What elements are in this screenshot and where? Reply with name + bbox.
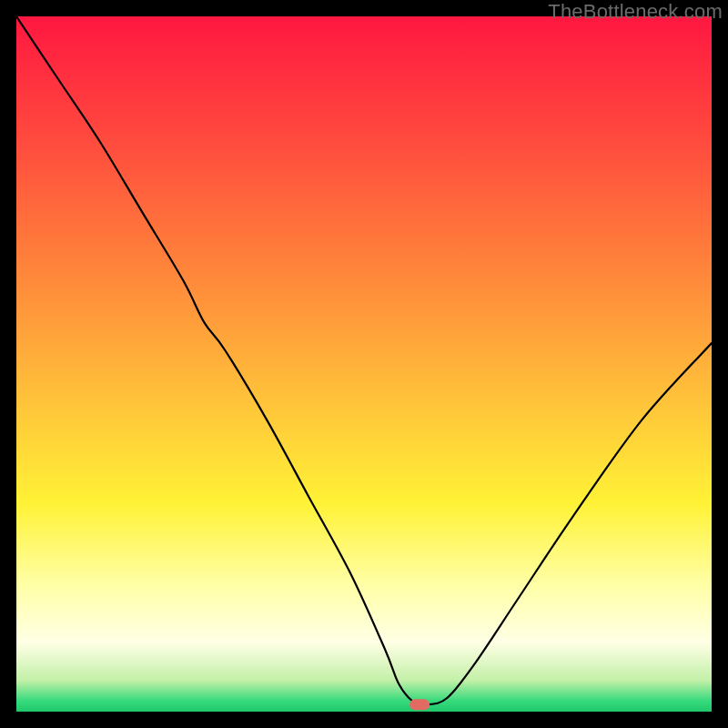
chart-frame: TheBottleneck.com <box>0 0 728 728</box>
gradient-background <box>16 16 712 712</box>
plot-area <box>16 16 712 712</box>
optimal-point-marker <box>410 699 430 710</box>
watermark-text: TheBottleneck.com <box>548 0 723 24</box>
bottleneck-chart <box>16 16 712 712</box>
